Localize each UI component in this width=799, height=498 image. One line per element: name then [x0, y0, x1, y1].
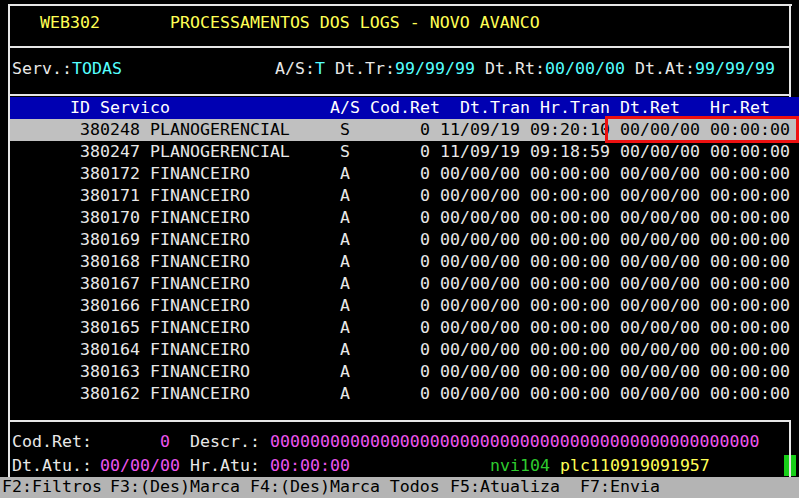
column-header-id: ID — [50, 97, 90, 119]
page-title: PROCESSAMENTOS DOS LOGS - NOVO AVANCO — [170, 12, 540, 34]
cell-hr-tran: 00:00:00 — [530, 295, 610, 317]
table-separator-line — [8, 420, 791, 422]
cell-servico: FINANCEIRO — [150, 361, 250, 383]
cell-cod-ret: 0 — [380, 273, 430, 295]
descr-value: 0000000000000000000000000000000000000000… — [270, 431, 760, 453]
cell-cod-ret: 0 — [380, 295, 430, 317]
frame-right-line-top — [789, 4, 791, 97]
table-row[interactable]: 380171 FINANCEIRO A 0 00/00/00 00:00:00 … — [10, 185, 799, 207]
cell-dt-ret: 00/00/00 — [620, 251, 700, 273]
cell-hr-tran: 00:00:00 — [530, 185, 610, 207]
cell-id: 380163 — [50, 361, 140, 383]
title-separator-line — [8, 46, 791, 48]
column-header-hr-tran: Hr.Tran — [540, 97, 610, 119]
cell-hr-ret: 00:00:00 — [710, 317, 790, 339]
cell-servico: FINANCEIRO — [150, 295, 250, 317]
cell-servico: PLANOGERENCIAL — [150, 119, 290, 141]
cell-id: 380170 — [50, 207, 140, 229]
cell-dt-ret: 00/00/00 — [620, 383, 700, 405]
table-row[interactable]: 380248 PLANOGERENCIAL S 0 11/09/19 09:20… — [10, 119, 799, 141]
cell-hr-tran: 00:00:00 — [530, 339, 610, 361]
table-row[interactable]: 380247 PLANOGERENCIAL S 0 11/09/19 09:18… — [10, 141, 799, 163]
cell-dt-tran: 11/09/19 — [440, 141, 520, 163]
cell-cod-ret: 0 — [380, 119, 430, 141]
f7-envia-key[interactable]: F7:Envia — [580, 476, 660, 498]
cell-hr-ret: 00:00:00 — [710, 229, 790, 251]
descr-label: Descr.: — [190, 431, 260, 453]
cell-id: 380164 — [50, 339, 140, 361]
cell-dt-ret: 00/00/00 — [620, 185, 700, 207]
cell-as: S — [340, 141, 350, 163]
cell-hr-tran: 00:00:00 — [530, 251, 610, 273]
cell-hr-ret: 00:00:00 — [710, 207, 790, 229]
cell-hr-tran: 00:00:00 — [530, 317, 610, 339]
cell-dt-tran: 00/00/00 — [440, 273, 520, 295]
as-filter-value[interactable]: T — [315, 58, 325, 80]
cell-id: 380165 — [50, 317, 140, 339]
cursor-block-icon — [791, 455, 796, 476]
serv-filter-value[interactable]: TODAS — [72, 58, 122, 80]
dt-at-filter-value[interactable]: 99/99/99 — [695, 58, 775, 80]
cell-dt-ret: 00/00/00 — [620, 207, 700, 229]
cell-hr-tran: 00:00:00 — [530, 207, 610, 229]
cell-dt-ret: 00/00/00 — [620, 273, 700, 295]
cell-cod-ret: 0 — [380, 229, 430, 251]
cell-hr-ret: 00:00:00 — [710, 273, 790, 295]
f5-atualiza-key[interactable]: F5:Atualiza — [450, 476, 560, 498]
cell-id: 380169 — [50, 229, 140, 251]
as-filter-label: A/S: — [275, 58, 315, 80]
table-row[interactable]: 380164 FINANCEIRO A 0 00/00/00 00:00:00 … — [10, 339, 799, 361]
cursor-block-icon — [784, 455, 789, 476]
cell-hr-tran: 00:00:00 — [530, 361, 610, 383]
cell-id: 380248 — [50, 119, 140, 141]
cell-as: A — [340, 163, 350, 185]
cell-as: A — [340, 317, 350, 339]
cell-id: 380166 — [50, 295, 140, 317]
table-row[interactable]: 380165 FINANCEIRO A 0 00/00/00 00:00:00 … — [10, 317, 799, 339]
table-row[interactable]: 380163 FINANCEIRO A 0 00/00/00 00:00:00 … — [10, 361, 799, 383]
hr-atu-value: 00:00:00 — [270, 455, 350, 477]
table-row[interactable]: 380169 FINANCEIRO A 0 00/00/00 00:00:00 … — [10, 229, 799, 251]
table-row[interactable]: 380168 FINANCEIRO A 0 00/00/00 00:00:00 … — [10, 251, 799, 273]
cell-dt-tran: 00/00/00 — [440, 361, 520, 383]
column-header-dt-ret: Dt.Ret — [620, 97, 680, 119]
cell-id: 380171 — [50, 185, 140, 207]
dt-rt-filter-value[interactable]: 00/00/00 — [545, 58, 625, 80]
cell-cod-ret: 0 — [380, 383, 430, 405]
cell-id: 380167 — [50, 273, 140, 295]
table-row[interactable]: 380166 FINANCEIRO A 0 00/00/00 00:00:00 … — [10, 295, 799, 317]
cell-dt-ret: 00/00/00 — [620, 295, 700, 317]
table-row[interactable]: 380167 FINANCEIRO A 0 00/00/00 00:00:00 … — [10, 273, 799, 295]
hr-atu-label: Hr.Atu: — [190, 455, 260, 477]
cell-servico: FINANCEIRO — [150, 383, 250, 405]
cell-dt-ret: 00/00/00 — [620, 317, 700, 339]
cell-servico: FINANCEIRO — [150, 207, 250, 229]
table-row[interactable]: 380170 FINANCEIRO A 0 00/00/00 00:00:00 … — [10, 207, 799, 229]
column-header-hr-ret: Hr.Ret — [710, 97, 770, 119]
cell-hr-ret: 00:00:00 — [710, 361, 790, 383]
f4-desmarca-todos-key[interactable]: F4:(Des)Marca Todos — [250, 476, 440, 498]
cell-hr-tran: 09:18:59 — [530, 141, 610, 163]
cell-dt-ret: 00/00/00 — [620, 229, 700, 251]
dt-atu-label: Dt.Atu.: — [12, 455, 92, 477]
cell-id: 380168 — [50, 251, 140, 273]
cell-dt-tran: 00/00/00 — [440, 185, 520, 207]
table-row[interactable]: 380162 FINANCEIRO A 0 00/00/00 00:00:00 … — [10, 383, 799, 405]
cell-as: A — [340, 207, 350, 229]
cell-hr-ret: 00:00:00 — [710, 163, 790, 185]
cell-as: A — [340, 361, 350, 383]
cell-servico: FINANCEIRO — [150, 273, 250, 295]
table-row[interactable]: 380172 FINANCEIRO A 0 00/00/00 00:00:00 … — [10, 163, 799, 185]
dt-tr-filter-value[interactable]: 99/99/99 — [395, 58, 475, 80]
cell-hr-tran: 00:00:00 — [530, 229, 610, 251]
terminal-screen: WEB302 PROCESSAMENTOS DOS LOGS - NOVO AV… — [0, 0, 799, 498]
cell-hr-ret: 00:00:00 — [710, 383, 790, 405]
cell-as: A — [340, 339, 350, 361]
cell-servico: FINANCEIRO — [150, 185, 250, 207]
cell-cod-ret: 0 — [380, 317, 430, 339]
f3-desmarca-key[interactable]: F3:(Des)Marca — [110, 476, 240, 498]
f2-filtros-key[interactable]: F2:Filtros — [2, 476, 102, 498]
cell-servico: FINANCEIRO — [150, 339, 250, 361]
cell-id: 380247 — [50, 141, 140, 163]
cod-ret-label: Cod.Ret: — [12, 431, 92, 453]
